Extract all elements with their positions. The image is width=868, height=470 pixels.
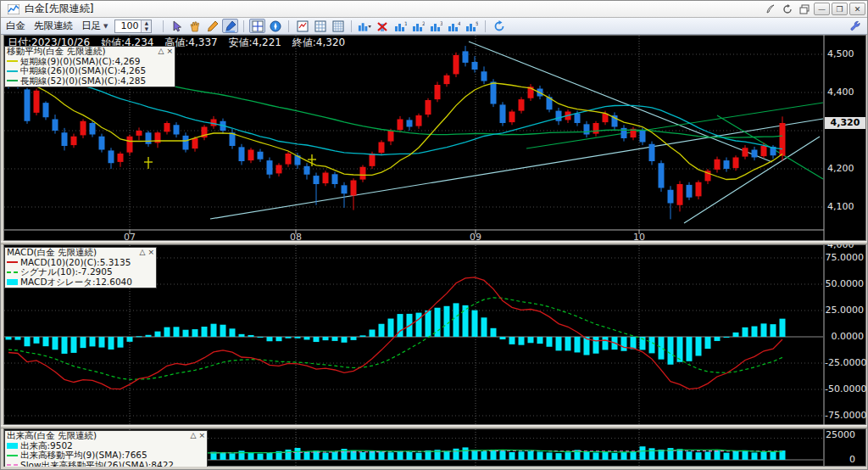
spin-up-icon[interactable]: ▲: [142, 20, 151, 26]
bar-count-value[interactable]: 100: [115, 20, 141, 31]
macd-axis-label: 0.0000: [825, 331, 864, 342]
close-icon[interactable]: ×: [166, 47, 173, 57]
close-icon[interactable]: ×: [147, 248, 154, 258]
legend-swatch-icon: [7, 279, 18, 285]
legend-swatch-icon: [7, 70, 18, 72]
close-icon[interactable]: ×: [198, 431, 205, 441]
macd-legend-rows: MACD(10)(20)(C):5.3135シグナル(10):-7.2905MA…: [7, 258, 154, 288]
remove-indicator-button[interactable]: [375, 19, 391, 33]
legend-swatch-icon: [7, 271, 18, 273]
ma-legend-rows: 短期線(9)(0)(SMA)(C):4,269中期線(26)(0)(SMA)(C…: [7, 57, 173, 87]
spin-down-icon[interactable]: ▼: [142, 26, 151, 32]
layout-3-button[interactable]: 3: [428, 19, 444, 33]
legend-item: 出来高移動平均(9)(SMA):7665: [7, 450, 205, 461]
macd-axis-label: -75.0000: [825, 410, 864, 421]
close-button[interactable]: ✕: [849, 3, 865, 15]
minimize-button[interactable]: —: [814, 3, 830, 15]
legend-label: 出来高移動平均(9)(SMA):7665: [20, 450, 147, 461]
svg-text:2: 2: [422, 20, 425, 26]
toolbar: 白金 先限連続 日足▼ 100 ▲▼ 1 2 3 4 5: [1, 18, 868, 35]
price-axis-label: 4,200: [827, 163, 865, 174]
legend-swatch-icon: [7, 464, 18, 466]
legend-label: MACDオシレータ:12.6040: [20, 277, 132, 288]
current-price-tag: 4,320: [825, 117, 865, 129]
grid-large-button[interactable]: [330, 19, 346, 33]
macd-legend-title: MACD(白金 先限連続): [7, 248, 137, 258]
crosshair-tool-button[interactable]: [249, 19, 265, 33]
quote-close: 終値:4,320: [292, 36, 345, 48]
new-chart-button[interactable]: [294, 19, 310, 33]
price-axis-label: 4,500: [827, 48, 865, 59]
ma-legend-box[interactable]: 移動平均(白金 先限連続)△× 短期線(9)(0)(SMA)(C):4,269中…: [4, 46, 175, 87]
panel-splitter[interactable]: [1, 425, 868, 428]
legend-swatch-icon: [7, 60, 18, 62]
volume-axis-label: 25000: [825, 429, 855, 440]
bar-count-spinner[interactable]: 100 ▲▼: [114, 20, 152, 33]
legend-item: 長期線(52)(0)(SMA)(C):4,285: [7, 76, 173, 87]
legend-label: シグナル(10):-7.2905: [20, 267, 113, 277]
ma-legend-title: 移動平均(白金 先限連続): [7, 47, 156, 57]
volume-legend-box[interactable]: 出来高(白金 先限連続)△× 出来高:9502出来高移動平均(9)(SMA):7…: [4, 430, 208, 470]
volume-legend-title: 出来高(白金 先限連続): [7, 431, 188, 441]
collapse-icon[interactable]: △: [159, 47, 164, 57]
macd-axis-label: 50.0000: [825, 278, 864, 289]
macd-legend-box[interactable]: MACD(白金 先限連続)△× MACD(10)(20)(C):5.3135シグ…: [4, 247, 157, 288]
legend-item: 中期線(26)(0)(SMA)(C):4,265: [7, 66, 173, 76]
macd-axis-label: 75.0000: [825, 252, 864, 263]
grid-small-button[interactable]: [312, 19, 328, 33]
indicator-histogram-button[interactable]: [357, 19, 373, 33]
cascade-windows-icon[interactable]: [797, 3, 812, 15]
maximize-button[interactable]: ❐: [832, 3, 848, 15]
legend-swatch-icon: [7, 455, 18, 456]
legend-item: MACDオシレータ:12.6040: [7, 277, 154, 288]
compass-tool-button[interactable]: [267, 19, 283, 33]
window-bottom-edge: [1, 467, 868, 470]
layout-1-button[interactable]: 1: [392, 19, 409, 33]
timeframe-dropdown[interactable]: 日足▼: [81, 20, 108, 32]
collapse-icon[interactable]: △: [140, 248, 146, 258]
layout-5-button[interactable]: 5: [464, 19, 480, 33]
svg-text:4: 4: [458, 20, 460, 26]
settings-wrench-icon[interactable]: [847, 19, 863, 33]
pencil-tool-button[interactable]: [204, 19, 220, 33]
app-chart-icon: [6, 3, 21, 15]
price-axis-label: 4,400: [827, 87, 865, 98]
hand-tool-button[interactable]: [186, 19, 203, 33]
svg-text:3: 3: [440, 20, 442, 26]
legend-label: 長期線(52)(0)(SMA)(C):4,285: [20, 76, 146, 87]
legend-swatch-icon: [7, 261, 18, 263]
app-window: 白金[先限連続] — ❐ ✕ 白金 先限連続 日足▼ 100 ▲▼: [0, 0, 868, 470]
quote-low: 安値:4,221: [229, 36, 281, 48]
symbol-label[interactable]: 白金: [6, 20, 25, 32]
layout-4-button[interactable]: 4: [446, 19, 462, 33]
price-axis-label: 4,100: [827, 201, 865, 212]
title-bar[interactable]: 白金[先限連続] — ❐ ✕: [1, 1, 868, 18]
series-label[interactable]: 先限連続: [34, 20, 73, 32]
marker-tool-button[interactable]: [222, 19, 238, 33]
legend-swatch-icon: [7, 443, 18, 449]
chevron-down-icon: ▼: [103, 23, 108, 30]
legend-label: 中期線(26)(0)(SMA)(C):4,265: [20, 66, 146, 76]
macd-axis-label: -25.0000: [825, 357, 864, 368]
legend-item: シグナル(10):-7.2905: [7, 267, 154, 277]
window-title: 白金[先限連続]: [25, 2, 93, 16]
collapse-icon[interactable]: △: [191, 431, 197, 441]
quill-icon[interactable]: [763, 3, 778, 15]
layout-2-button[interactable]: 2: [410, 19, 426, 33]
volume-axis-label: 0: [825, 454, 855, 465]
macd-axis-label: -50.0000: [825, 383, 864, 394]
panel-splitter[interactable]: [1, 241, 868, 244]
svg-text:1: 1: [404, 20, 407, 26]
rotate-icon[interactable]: [780, 3, 795, 15]
macd-axis-label: 25.0000: [825, 305, 864, 316]
refresh-icon[interactable]: [491, 19, 507, 33]
cursor-tool-button[interactable]: [169, 19, 185, 33]
volume-legend-rows: 出来高:9502出来高移動平均(9)(SMA):7665Slow出来高移動平均(…: [7, 441, 205, 470]
legend-swatch-icon: [7, 80, 18, 81]
svg-text:5: 5: [476, 20, 478, 26]
